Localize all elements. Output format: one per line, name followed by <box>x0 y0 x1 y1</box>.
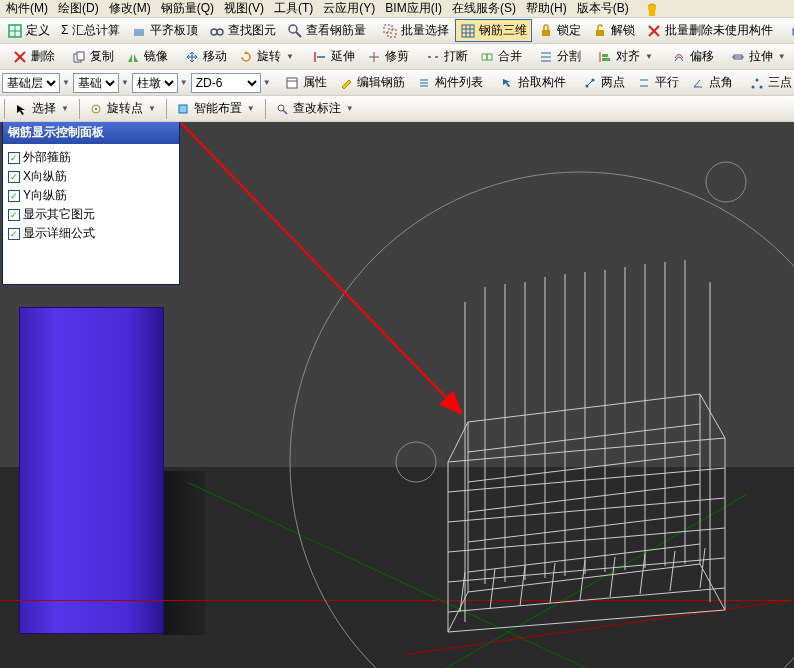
flat-icon <box>131 23 147 39</box>
smart-layout-button[interactable]: 智能布置▼ <box>170 97 262 120</box>
checkbox-row[interactable]: ✓显示详细公式 <box>8 224 174 243</box>
batch-select-button[interactable]: 批量选择 <box>377 19 454 42</box>
find-element-button[interactable]: 查找图元 <box>204 19 281 42</box>
checkbox-row[interactable]: ✓Y向纵筋 <box>8 186 174 205</box>
toolbar-place: 选择▼ 旋转点▼ 智能布置▼ 查改标注▼ <box>0 96 794 122</box>
batch-delete-unused-button[interactable]: 批量删除未使用构件 <box>641 19 778 42</box>
toolbar-category: 基础层▼ 基础▼ 柱墩▼ ZD-6▼ 属性 编辑钢筋 构件列表 拾取构件 两点 … <box>0 70 794 96</box>
separator <box>265 99 266 119</box>
extend-button[interactable]: 延伸 <box>307 45 360 68</box>
move-button[interactable]: 移动 <box>179 45 232 68</box>
checkbox-icon[interactable]: ✓ <box>8 209 20 221</box>
separator <box>79 99 80 119</box>
pick-element-button[interactable]: 拾取构件 <box>494 71 571 94</box>
offset-button[interactable]: 偏移 <box>666 45 719 68</box>
dropdown-icon[interactable]: ▼ <box>59 104 71 113</box>
checkbox-icon[interactable]: ✓ <box>8 228 20 240</box>
properties-button[interactable]: 属性 <box>279 71 332 94</box>
category-select[interactable]: 基础▼ <box>73 73 131 93</box>
svg-point-54 <box>759 85 762 88</box>
rotate-point-button[interactable]: 旋转点▼ <box>83 97 163 120</box>
delete-button[interactable]: 删除 <box>7 45 60 68</box>
delete-icon <box>646 23 662 39</box>
checkbox-label: 显示详细公式 <box>23 225 95 242</box>
check-mark-button[interactable]: 查改标注▼ <box>269 97 361 120</box>
panel-body: ✓外部箍筋 ✓X向纵筋 ✓Y向纵筋 ✓显示其它图元 ✓显示详细公式 <box>3 144 179 284</box>
subcategory-select[interactable]: 柱墩▼ <box>132 73 190 93</box>
menu-cloud[interactable]: 云应用(Y) <box>319 0 379 18</box>
select-button[interactable]: 选择▼ <box>8 97 76 120</box>
lock-button[interactable]: 锁定 <box>533 19 586 42</box>
stretch-button[interactable]: 拉伸▼ <box>725 45 793 68</box>
checkbox-icon[interactable]: ✓ <box>8 171 20 183</box>
angle-icon <box>690 75 706 91</box>
checkbox-label: 显示其它图元 <box>23 206 95 223</box>
menu-modify[interactable]: 修改(M) <box>105 0 155 18</box>
rebar-display-panel[interactable]: 钢筋显示控制面板 ✓外部箍筋 ✓X向纵筋 ✓Y向纵筋 ✓显示其它图元 ✓显示详细… <box>2 122 180 285</box>
layer-select[interactable]: 基础层▼ <box>2 73 72 93</box>
edit-rebar-button[interactable]: 编辑钢筋 <box>333 71 410 94</box>
extend-icon <box>312 49 328 65</box>
svg-rect-5 <box>134 29 144 36</box>
menu-help[interactable]: 帮助(H) <box>522 0 571 18</box>
svg-rect-57 <box>179 105 187 113</box>
rebar-3d-button[interactable]: 钢筋三维 <box>455 19 532 42</box>
trim-button[interactable]: 修剪 <box>361 45 414 68</box>
point-angle-button[interactable]: 点角 <box>685 71 738 94</box>
two-pt-icon <box>582 75 598 91</box>
checkbox-row[interactable]: ✓显示其它图元 <box>8 205 174 224</box>
define-icon <box>7 23 23 39</box>
unlock-button[interactable]: 解锁 <box>587 19 640 42</box>
menu-online[interactable]: 在线服务(S) <box>448 0 520 18</box>
merge-button[interactable]: 合并 <box>474 45 527 68</box>
dropdown-icon[interactable]: ▼ <box>146 104 158 113</box>
align-button[interactable]: 对齐▼ <box>592 45 660 68</box>
checkbox-label: 外部箍筋 <box>23 149 71 166</box>
split-button[interactable]: 分割 <box>533 45 586 68</box>
viewport-3d[interactable]: 钢筋显示控制面板 ✓外部箍筋 ✓X向纵筋 ✓Y向纵筋 ✓显示其它图元 ✓显示详细… <box>0 122 794 668</box>
offset-icon <box>671 49 687 65</box>
menu-view[interactable]: 视图(V) <box>220 0 268 18</box>
flat-top-button[interactable]: 平齐板顶 <box>126 19 203 42</box>
svg-line-63 <box>180 122 460 412</box>
parallel-button[interactable]: 平行 <box>631 71 684 94</box>
unlock-icon <box>592 23 608 39</box>
cursor-icon <box>13 101 29 117</box>
menu-version[interactable]: 版本号(B) <box>573 0 633 18</box>
two-point-button[interactable]: 两点 <box>577 71 630 94</box>
pencil-icon <box>338 75 354 91</box>
define-button[interactable]: 定义 <box>2 19 55 42</box>
checkbox-icon[interactable]: ✓ <box>8 190 20 202</box>
checkbox-row[interactable]: ✓外部箍筋 <box>8 148 174 167</box>
checkbox-icon[interactable]: ✓ <box>8 152 20 164</box>
menu-component[interactable]: 构件(M) <box>2 0 52 18</box>
dropdown-icon[interactable]: ▼ <box>776 52 788 61</box>
checkbox-row[interactable]: ✓X向纵筋 <box>8 167 174 186</box>
binoculars-icon <box>209 23 225 39</box>
dropdown-icon[interactable]: ▼ <box>284 52 296 61</box>
code-select[interactable]: ZD-6▼ <box>191 73 273 93</box>
menu-tools[interactable]: 工具(T) <box>270 0 317 18</box>
copy-button[interactable]: 复制 <box>66 45 119 68</box>
break-button[interactable]: 打断 <box>420 45 473 68</box>
menu-bim[interactable]: BIM应用(I) <box>381 0 446 18</box>
dropdown-icon[interactable]: ▼ <box>245 104 257 113</box>
sum-button[interactable]: Σ 汇总计算 <box>56 19 125 42</box>
toolbar-edit: 删除 复制 镜像 移动 旋转▼ 延伸 修剪 打断 合并 分割 对齐▼ 偏移 拉伸… <box>0 44 794 70</box>
three-d-button[interactable]: 三维 <box>784 19 794 42</box>
svg-point-56 <box>95 108 97 110</box>
svg-point-6 <box>211 29 217 35</box>
panel-title: 钢筋显示控制面板 <box>3 122 179 144</box>
three-point-button[interactable]: 三点 <box>744 71 794 94</box>
dropdown-icon[interactable]: ▼ <box>344 104 356 113</box>
rotate-button[interactable]: 旋转▼ <box>233 45 301 68</box>
menu-draw[interactable]: 绘图(D) <box>54 0 103 18</box>
menu-bar: 构件(M) 绘图(D) 修改(M) 钢筋量(Q) 视图(V) 工具(T) 云应用… <box>0 0 794 18</box>
menu-rebar-qty[interactable]: 钢筋量(Q) <box>157 0 218 18</box>
dropdown-icon[interactable]: ▼ <box>643 52 655 61</box>
element-list-button[interactable]: 构件列表 <box>411 71 488 94</box>
view-rebar-qty-button[interactable]: 查看钢筋量 <box>282 19 371 42</box>
checkbox-label: Y向纵筋 <box>23 187 67 204</box>
mirror-button[interactable]: 镜像 <box>120 45 173 68</box>
copy-icon <box>71 49 87 65</box>
